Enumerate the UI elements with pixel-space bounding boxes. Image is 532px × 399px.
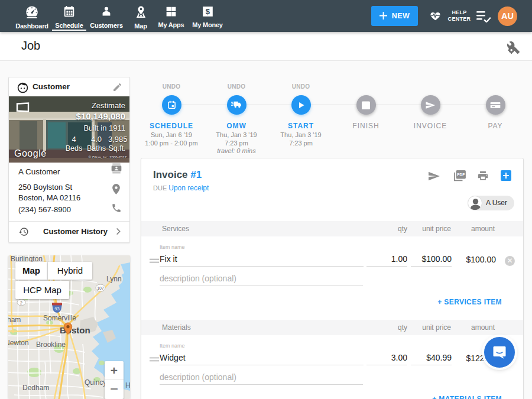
svg-text:Somerville: Somerville	[43, 314, 76, 322]
svg-text:93: 93	[54, 306, 59, 312]
svg-text:Quincy: Quincy	[85, 378, 106, 387]
svg-text:107: 107	[97, 286, 104, 290]
svg-text:Lynn: Lynn	[106, 275, 122, 283]
svg-text:Brookline: Brookline	[36, 340, 66, 349]
svg-text:Dedham: Dedham	[22, 384, 49, 392]
svg-text:ham: ham	[8, 316, 21, 324]
svg-text:2: 2	[20, 301, 22, 305]
svg-text:PDF: PDF	[457, 173, 465, 177]
svg-text:Hi: Hi	[125, 381, 130, 390]
svg-text:Newton: Newton	[8, 339, 29, 347]
svg-text:$: $	[205, 7, 210, 16]
